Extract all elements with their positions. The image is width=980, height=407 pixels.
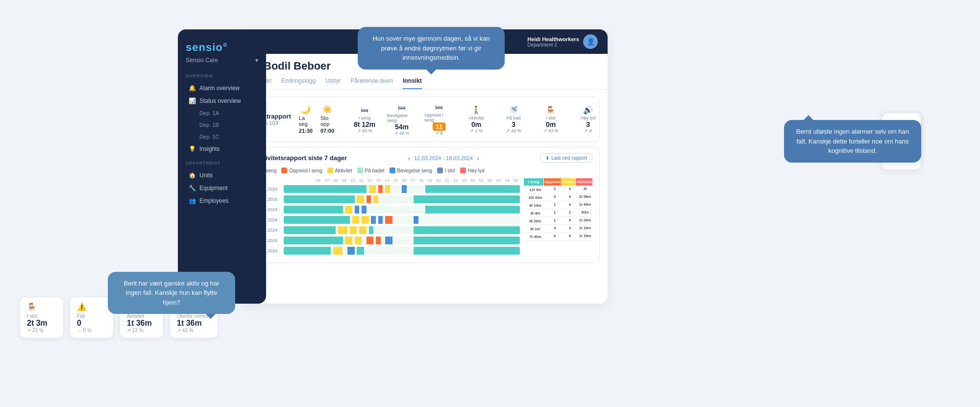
table-row: 9t 4m 1 2 50m bbox=[524, 210, 592, 217]
bar-segment bbox=[355, 237, 362, 244]
tab-endringslogg[interactable]: Endringslogg bbox=[281, 77, 316, 89]
bar-segment bbox=[414, 226, 520, 234]
sidebar-item-units[interactable]: 🏠 Units bbox=[186, 169, 258, 181]
bed-icon: 🛏 bbox=[361, 106, 368, 115]
speech-bubble-text: Berit har vært ganske aktiv og har ingen… bbox=[123, 280, 219, 306]
legend-dot bbox=[327, 168, 333, 173]
bar-segment bbox=[369, 185, 376, 193]
sidebar-item-insights[interactable]: 💡 Insights bbox=[186, 143, 258, 155]
bar-segment bbox=[345, 206, 352, 214]
stat-hoy-lyd: 🔊 Høy lyd 3 ↗ 4 bbox=[573, 105, 603, 133]
col-header-aktivitet: Aktivitet bbox=[576, 178, 592, 186]
stat-oppreist: 🛏 Oppreist i seng 11 ↗ 8 bbox=[424, 103, 454, 136]
user-avatar: 👤 bbox=[583, 34, 598, 49]
download-icon: ⬇ bbox=[545, 155, 549, 161]
stat-stol: 🪑 I stol 0m ↗ 43 % bbox=[536, 105, 565, 133]
download-button[interactable]: ⬇ Last ned rapport bbox=[540, 153, 592, 163]
col-header-oppreist: Oppreist bbox=[544, 178, 561, 186]
speech-bubble-left: Berit har vært ganske aktiv og har ingen… bbox=[108, 272, 235, 314]
overview-section-label: OVERVIEW bbox=[186, 73, 258, 78]
speech-bubble-text: Hun sover mye gjennom dagen, så vi kan p… bbox=[372, 35, 490, 61]
small-card-stol: 🪑 I stol 2t 3m ↗ 23 % bbox=[20, 297, 64, 338]
table-row: 10t 43m 3 4 2t 58m bbox=[524, 194, 592, 201]
table-row: 8t 1m 3 3 1t 16m bbox=[524, 226, 592, 233]
chart-row: 17.02.2024 bbox=[255, 185, 520, 193]
tab-utstyr[interactable]: Utstyr bbox=[325, 77, 341, 89]
bar-segment bbox=[385, 237, 392, 244]
fall-icon: ⚠️ bbox=[77, 302, 106, 311]
bar-segment bbox=[352, 216, 359, 224]
bar-segment bbox=[414, 247, 520, 255]
patient-name: Bodil Beboer bbox=[264, 60, 331, 72]
legend-oppreist: Oppreist i seng bbox=[281, 168, 322, 173]
next-date-button[interactable]: › bbox=[477, 154, 479, 162]
bar-segment bbox=[378, 216, 383, 224]
stat-bad: 🚿 På bad 3 ↗ 43 % bbox=[499, 105, 528, 133]
bar-segment bbox=[414, 216, 418, 224]
prev-date-button[interactable]: ‹ bbox=[408, 154, 411, 162]
time-end-label: Sto opp bbox=[320, 115, 334, 127]
bar-segment bbox=[357, 247, 364, 255]
table-row: 8t 20m 1 4 1t 34m bbox=[524, 218, 592, 225]
bar-segment bbox=[414, 237, 520, 244]
activity-stats-table: I seng Oppreist Yrkels. Aktivitet 12t 3m… bbox=[524, 178, 592, 257]
legend-dot bbox=[460, 168, 466, 173]
bar-segment bbox=[284, 237, 343, 244]
small-card-fall: ⚠️ Fall 0 → 0 % bbox=[70, 297, 114, 338]
table-row: 7t 45m 4 4 1t 18m bbox=[524, 234, 592, 240]
bar-segment bbox=[362, 216, 368, 224]
employees-icon: 👥 bbox=[189, 197, 196, 204]
sidebar-item-label: Insights bbox=[199, 145, 220, 152]
app-subtitle-text: Sensio Care bbox=[186, 57, 218, 64]
bar-segment bbox=[284, 216, 350, 224]
home-icon: 🏠 bbox=[189, 172, 196, 179]
bar-segment bbox=[385, 216, 392, 224]
sidebar-item-label: Dep. 1B bbox=[199, 122, 219, 128]
sidebar-item-equipment[interactable]: 🔧 Equipment bbox=[186, 182, 258, 194]
sidebar-item-alarm-overview[interactable]: 🔔 Alarm overview bbox=[186, 82, 258, 94]
sidebar-item-dep1b[interactable]: Dep. 1B bbox=[186, 120, 258, 130]
date-range-text: 12.03.2024 - 18.03.2024 bbox=[414, 155, 473, 161]
bar-segment bbox=[338, 226, 347, 234]
sidebar: sensio° Sensio Care ▾ OVERVIEW 🔔 Alarm o… bbox=[178, 29, 266, 304]
chart-row: 19.02.2024 bbox=[255, 205, 520, 214]
bar-segment bbox=[347, 247, 354, 255]
tab-parorende[interactable]: Pårørende team bbox=[350, 77, 393, 89]
move-icon: 🛏 bbox=[398, 103, 406, 112]
upright-icon: 🛏 bbox=[435, 103, 443, 112]
speech-bubble-top: Hun sover mye gjennom dagen, så vi kan p… bbox=[358, 27, 505, 70]
col-header-fri: Yrkels. bbox=[562, 178, 575, 186]
chevron-down-icon: ▾ bbox=[255, 57, 258, 64]
equipment-icon: 🔧 bbox=[189, 185, 196, 192]
sidebar-item-label: Equipment bbox=[199, 185, 227, 192]
bar-segment bbox=[284, 247, 331, 255]
bar-segment bbox=[402, 185, 407, 193]
chart-row: 22.02.2024 bbox=[255, 236, 520, 245]
sidebar-item-label: Employees bbox=[199, 197, 228, 204]
stat-aktivitet: 🚶 Aktivitet 0m ↗ 1 % bbox=[462, 105, 491, 133]
main-panel: SØK Heidi Healthworkers Department 2 👤 👤… bbox=[240, 29, 608, 304]
speech-bubble-right: Bernt utløste ingen alarmer selv om han … bbox=[784, 120, 921, 163]
moon-icon: 🌙 bbox=[301, 105, 311, 114]
department-section-label: DEPARTMENT bbox=[186, 161, 258, 166]
user-name: Heidi Healthworkers bbox=[527, 36, 579, 42]
table-header-row: I seng Oppreist Yrkels. Aktivitet bbox=[524, 178, 592, 186]
bar-segment bbox=[367, 237, 373, 244]
sidebar-item-dep1c[interactable]: Dep. 1C bbox=[186, 131, 258, 142]
sidebar-item-status-overview[interactable]: 📊 Status overview bbox=[186, 95, 258, 107]
sidebar-item-label: Dep. 1C bbox=[199, 134, 219, 140]
bar-segment bbox=[376, 237, 381, 244]
sidebar-item-label: Status overview bbox=[199, 97, 241, 104]
sun-icon: ☀️ bbox=[322, 105, 332, 114]
sound-icon: 🔊 bbox=[583, 105, 593, 115]
sidebar-item-dep1a[interactable]: Dep. 1A bbox=[186, 108, 258, 119]
sidebar-item-employees[interactable]: 👥 Employees bbox=[186, 195, 258, 207]
tab-innsikt[interactable]: Innsikt bbox=[403, 77, 422, 89]
bar-segment bbox=[362, 206, 367, 214]
bar-segment bbox=[357, 195, 364, 203]
col-header-seng: I seng bbox=[524, 178, 543, 186]
bar-segment bbox=[355, 206, 360, 214]
table-row: 8t 14m 1 4 1t 49m bbox=[524, 202, 592, 209]
bar-segment bbox=[414, 195, 520, 203]
stat-i-seng: 🛏 I seng 8t 12m ↗ 43 % bbox=[350, 106, 379, 133]
